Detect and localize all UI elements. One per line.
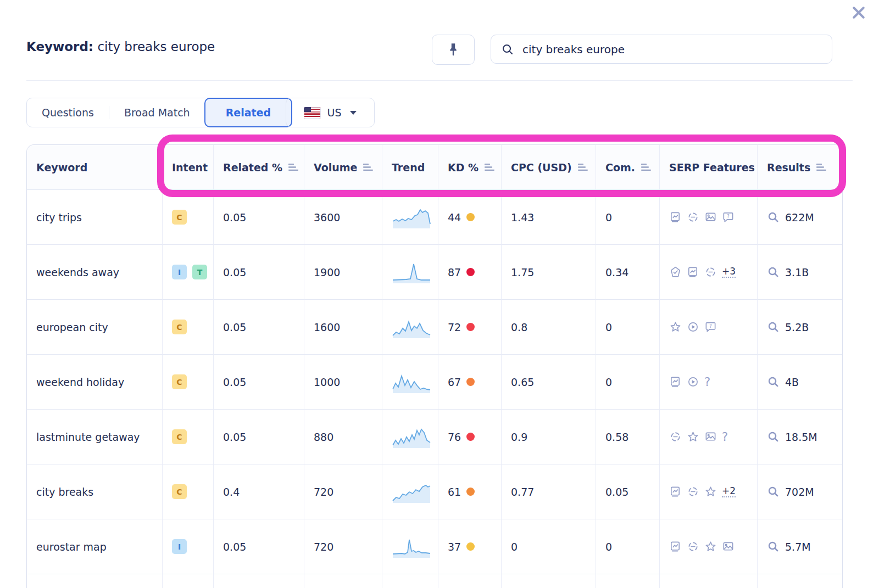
keyword-link[interactable]: weekends away bbox=[36, 266, 119, 278]
intent-badge-commercial: C bbox=[172, 210, 187, 225]
intent-badge-commercial: C bbox=[172, 320, 187, 334]
keyword-link[interactable]: city trips bbox=[36, 211, 82, 223]
intent-badge-transactional: T bbox=[192, 265, 207, 279]
results-magnifier-icon bbox=[767, 266, 780, 278]
kd-difficulty-dot bbox=[466, 488, 475, 496]
keyword-search-box bbox=[491, 35, 832, 64]
table-row: weekend holiday C 0.05 1000 67 0.65 0 bbox=[27, 355, 842, 410]
column-header-volume[interactable]: Volume bbox=[304, 145, 382, 190]
trend-sparkline bbox=[392, 370, 431, 394]
reviews-star-icon bbox=[704, 485, 717, 498]
kd-difficulty-dot bbox=[466, 542, 475, 551]
keyword-link[interactable]: lastminute getaway bbox=[36, 431, 140, 443]
sort-icon[interactable] bbox=[577, 163, 588, 171]
sitelinks-icon bbox=[687, 211, 699, 223]
related-pct-value: 0.05 bbox=[214, 190, 304, 245]
results-magnifier-icon bbox=[767, 376, 780, 388]
com-value: 0.34 bbox=[596, 245, 660, 300]
table-header-row: Keyword Intent Related % Volume Trend bbox=[27, 145, 842, 190]
keyword-link[interactable]: weekend holiday bbox=[36, 376, 124, 388]
com-value: 0 bbox=[596, 190, 660, 245]
trend-sparkline bbox=[392, 205, 431, 229]
image-pack-icon bbox=[704, 430, 717, 443]
related-pct-value: 0.4 bbox=[214, 464, 304, 519]
volume-value: 1900 bbox=[304, 245, 382, 300]
svg-text:?: ? bbox=[709, 323, 712, 329]
column-header-cpc[interactable]: CPC (USD) bbox=[502, 145, 596, 190]
sort-icon[interactable] bbox=[363, 163, 374, 171]
column-header-related[interactable]: Related % bbox=[214, 145, 304, 190]
column-header-keyword: Keyword bbox=[27, 145, 163, 190]
related-pct-value: 0.05 bbox=[214, 300, 304, 355]
pin-button[interactable] bbox=[432, 35, 475, 65]
match-type-tabs: Questions Broad Match Related bbox=[26, 98, 292, 127]
volume-value: 720 bbox=[304, 519, 382, 574]
column-header-intent: Intent bbox=[163, 145, 214, 190]
reviews-star-icon bbox=[687, 430, 699, 443]
related-pct-value: 0.05 bbox=[214, 355, 304, 410]
sort-icon[interactable] bbox=[288, 163, 299, 171]
column-header-com[interactable]: Com. bbox=[596, 145, 660, 190]
volume-value: 720 bbox=[304, 464, 382, 519]
header-divider bbox=[26, 80, 853, 81]
related-keywords-table: Keyword Intent Related % Volume Trend bbox=[26, 144, 843, 588]
column-header-results[interactable]: Results bbox=[758, 145, 842, 190]
related-pct-value: 0.05 bbox=[214, 519, 304, 574]
kd-value: 44 bbox=[448, 211, 461, 223]
results-value: 4B bbox=[785, 376, 799, 388]
us-flag-icon bbox=[304, 107, 321, 119]
column-label: SERP Features bbox=[669, 161, 755, 173]
trend-sparkline bbox=[392, 425, 431, 449]
table-row: eurostar map I 0.05 720 37 0 0 bbox=[27, 519, 842, 574]
tab-questions[interactable]: Questions bbox=[27, 98, 109, 127]
sort-icon[interactable] bbox=[484, 163, 495, 171]
country-selector[interactable]: US bbox=[286, 98, 375, 127]
kd-difficulty-dot bbox=[466, 268, 475, 276]
table-row: city trips C 0.05 3600 44 1.43 0 bbox=[27, 190, 842, 245]
keyword-search-input[interactable] bbox=[521, 42, 822, 57]
cpc-value: 0.77 bbox=[502, 464, 596, 519]
intent-badge-commercial: C bbox=[172, 484, 187, 499]
featured-snippet-icon bbox=[687, 266, 699, 278]
tab-related[interactable]: Related bbox=[204, 98, 292, 127]
trend-sparkline bbox=[392, 260, 431, 284]
kd-value: 76 bbox=[448, 431, 461, 443]
knowledge-badge-icon bbox=[669, 266, 682, 278]
sitelinks-icon bbox=[704, 266, 717, 278]
tab-broad-match[interactable]: Broad Match bbox=[109, 98, 205, 127]
featured-snippet-icon bbox=[669, 211, 682, 223]
column-label: CPC (USD) bbox=[511, 161, 572, 173]
volume-value: 1000 bbox=[304, 355, 382, 410]
column-label: KD % bbox=[448, 161, 479, 173]
serp-more-features[interactable]: +3 bbox=[722, 266, 736, 278]
featured-snippet-icon bbox=[669, 376, 682, 388]
close-icon[interactable] bbox=[850, 4, 867, 21]
page-title-label: Keyword: bbox=[26, 40, 93, 54]
column-label: Keyword bbox=[36, 161, 87, 173]
sort-icon[interactable] bbox=[816, 163, 827, 171]
related-pct-value: 0.05 bbox=[214, 410, 304, 464]
results-value: 3.1B bbox=[785, 266, 809, 278]
kd-difficulty-dot bbox=[466, 378, 475, 386]
com-value: 0 bbox=[596, 300, 660, 355]
table-row: city breaks C 0.4 720 61 0.77 0.05 bbox=[27, 464, 842, 519]
kd-difficulty-dot bbox=[466, 433, 475, 441]
country-label: US bbox=[327, 107, 342, 119]
keyword-link[interactable]: eurostar map bbox=[36, 541, 107, 553]
kd-difficulty-dot bbox=[466, 213, 475, 221]
results-magnifier-icon bbox=[767, 211, 780, 223]
keyword-overview-panel: Keyword: city breaks europe Questions Br… bbox=[0, 0, 879, 588]
column-header-kd[interactable]: KD % bbox=[438, 145, 502, 190]
intent-badge-commercial: C bbox=[172, 429, 187, 444]
reviews-star-icon bbox=[704, 540, 717, 553]
keyword-link[interactable]: city breaks bbox=[36, 486, 93, 498]
keyword-link[interactable]: european city bbox=[36, 321, 108, 333]
sort-icon[interactable] bbox=[641, 163, 652, 171]
column-label: Related % bbox=[223, 161, 282, 173]
column-label: Intent bbox=[172, 161, 208, 173]
results-value: 702M bbox=[785, 486, 814, 498]
volume-value: 1600 bbox=[304, 300, 382, 355]
cpc-value: 0.65 bbox=[502, 355, 596, 410]
com-value: 0 bbox=[596, 519, 660, 574]
serp-more-features[interactable]: +2 bbox=[722, 486, 736, 498]
